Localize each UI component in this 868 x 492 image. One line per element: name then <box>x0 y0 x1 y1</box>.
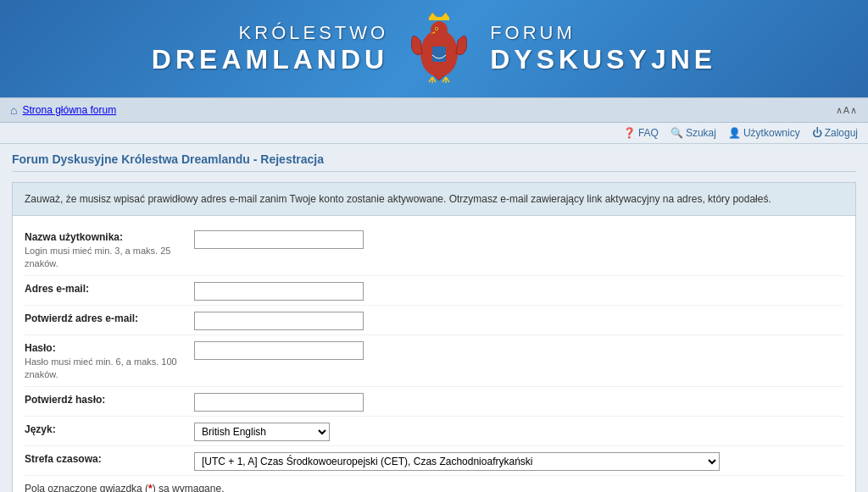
username-row: Nazwa użytkownika: Login musi mieć min. … <box>25 224 843 276</box>
header-left-text: Królestwo Dreamlandu <box>152 22 388 75</box>
required-note: Pola oznaczone gwiazdką (*) są wymagane. <box>25 476 843 492</box>
breadcrumb: Strona główna forum <box>10 103 116 117</box>
login-label: Zaloguj <box>825 127 858 139</box>
email-label-col: Adres e-mail: <box>25 280 194 295</box>
form-body: Nazwa użytkownika: Login musi mieć min. … <box>13 216 855 492</box>
username-label-col: Nazwa użytkownika: Login musi mieć min. … <box>25 229 194 271</box>
header-right-text: Forum Dyskusyjne <box>490 22 716 75</box>
password-label: Hasło: <box>25 342 182 354</box>
users-icon: 👤 <box>728 127 741 139</box>
header-dreamlandu-label: Dreamlandu <box>152 44 388 75</box>
language-row: Język: British English Polski <box>25 417 843 446</box>
password-control-col <box>194 340 843 360</box>
username-control-col <box>194 229 843 249</box>
confirm-email-label-col: Potwierdź adres e-mail: <box>25 310 194 324</box>
required-note-suffix: ) są wymagane. <box>153 483 225 492</box>
confirm-email-label: Potwierdź adres e-mail: <box>25 312 182 324</box>
confirm-password-row: Potwierdź hasło: <box>25 387 843 417</box>
faq-link[interactable]: ❓ FAQ <box>623 127 659 139</box>
login-link[interactable]: ⏻ Zaloguj <box>812 127 858 139</box>
topbar: ❓ FAQ 🔍 Szukaj 👤 Użytkownicy ⏻ Zaloguj <box>0 123 868 144</box>
password-input[interactable] <box>194 341 364 360</box>
timezone-select[interactable]: [UTC + 1, A] Czas Środkowoeuropejski (CE… <box>194 452 720 471</box>
registration-form-panel: Zauważ, że musisz wpisać prawidłowy adre… <box>12 182 856 492</box>
password-row: Hasło: Hasło musi mieć min. 6, a maks. 1… <box>25 335 843 387</box>
confirm-password-label-col: Potwierdź hasło: <box>25 391 194 406</box>
password-label-col: Hasło: Hasło musi mieć min. 6, a maks. 1… <box>25 340 194 382</box>
main-content: Forum Dyskusyjne Królestwa Dreamlandu - … <box>0 144 868 492</box>
email-control-col <box>194 280 843 301</box>
search-icon: 🔍 <box>670 127 683 139</box>
required-note-prefix: Pola oznaczone gwiazdką ( <box>25 483 148 492</box>
email-label: Adres e-mail: <box>25 283 182 295</box>
svg-point-6 <box>436 28 437 30</box>
site-header: Królestwo Dreamlandu Forum Dyskusyjne <box>0 0 868 97</box>
navbar: Strona główna forum ∧A∧ <box>0 97 868 123</box>
username-input[interactable] <box>194 230 364 249</box>
site-logo <box>405 11 473 87</box>
timezone-control-col: [UTC + 1, A] Czas Środkowoeuropejski (CE… <box>194 451 843 471</box>
confirm-email-row: Potwierdź adres e-mail: <box>25 306 843 335</box>
timezone-row: Strefa czasowa: [UTC + 1, A] Czas Środko… <box>25 446 843 476</box>
page-title: Forum Dyskusyjne Królestwa Dreamlandu - … <box>12 152 856 172</box>
breadcrumb-home-link[interactable]: Strona główna forum <box>22 104 116 116</box>
faq-label: FAQ <box>638 127 659 139</box>
faq-icon: ❓ <box>623 127 636 139</box>
timezone-label-col: Strefa czasowa: <box>25 451 194 465</box>
username-hint: Login musi mieć min. 3, a maks. 25 znakó… <box>25 245 182 271</box>
language-select[interactable]: British English Polski <box>194 423 330 441</box>
timezone-label: Strefa czasowa: <box>25 453 182 465</box>
confirm-password-input[interactable] <box>194 393 364 412</box>
email-input[interactable] <box>194 282 364 301</box>
language-label-col: Język: <box>25 421 194 435</box>
confirm-password-label: Potwierdź hasło: <box>25 394 182 406</box>
login-icon: ⏻ <box>812 127 822 139</box>
header-kingdom-label: Królestwo <box>152 22 388 44</box>
password-hint: Hasło musi mieć min. 6, a maks. 100 znak… <box>25 356 182 382</box>
notice-bar: Zauważ, że musisz wpisać prawidłowy adre… <box>13 183 855 216</box>
username-label: Nazwa użytkownika: <box>25 231 182 243</box>
language-control-col: British English Polski <box>194 421 843 441</box>
svg-rect-1 <box>429 17 449 20</box>
users-link[interactable]: 👤 Użytkownicy <box>728 127 800 139</box>
confirm-email-control-col <box>194 310 843 330</box>
font-size-control[interactable]: ∧A∧ <box>836 105 858 116</box>
confirm-email-input[interactable] <box>194 312 364 330</box>
header-forum-label: Forum <box>490 22 716 44</box>
language-label: Język: <box>25 423 182 435</box>
search-link[interactable]: 🔍 Szukaj <box>670 127 716 139</box>
users-label: Użytkownicy <box>743 127 800 139</box>
svg-point-4 <box>431 21 448 38</box>
search-label: Szukaj <box>686 127 716 139</box>
svg-rect-3 <box>432 47 446 62</box>
home-icon <box>10 103 17 117</box>
email-row: Adres e-mail: <box>25 276 843 306</box>
header-dyskusyjne-label: Dyskusyjne <box>490 44 716 75</box>
confirm-password-control-col <box>194 391 843 412</box>
